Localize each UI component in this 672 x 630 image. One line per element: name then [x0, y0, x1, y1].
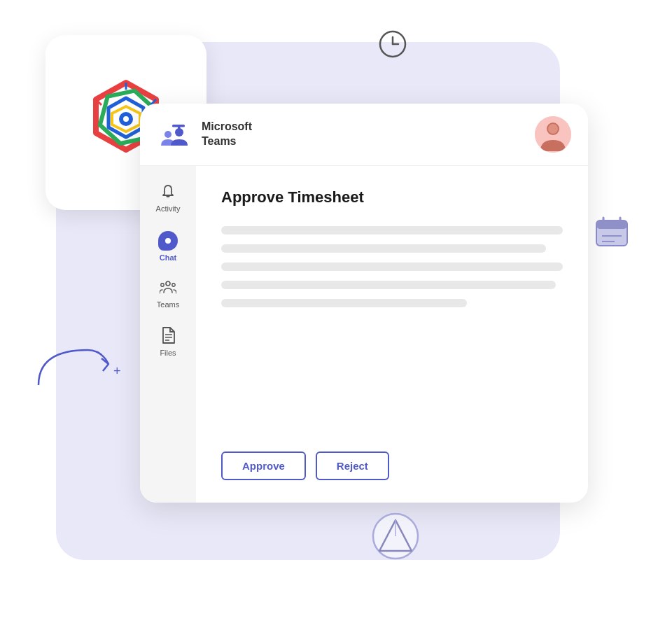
bell-icon — [160, 184, 176, 202]
file-icon — [161, 327, 175, 346]
svg-point-28 — [548, 124, 558, 134]
chat-dot — [165, 238, 171, 244]
teams-brand: Microsoft Teams — [157, 116, 252, 153]
content-line-1 — [221, 226, 563, 234]
card-title: Approve Timesheet — [221, 188, 563, 206]
action-buttons: Approve Reject — [221, 451, 563, 480]
clock-icon — [378, 29, 407, 62]
sidebar-item-files[interactable]: Files — [144, 320, 192, 364]
svg-rect-13 — [596, 220, 627, 229]
teams-body: Activity Chat — [140, 166, 588, 503]
activity-label: Activity — [156, 204, 181, 213]
svg-point-31 — [172, 284, 175, 286]
main-content-area: Approve Timesheet Approve Reject — [196, 166, 588, 503]
svg-point-25 — [175, 128, 183, 136]
sidebar-item-teams[interactable]: Teams — [144, 273, 192, 316]
svg-point-5 — [123, 116, 129, 122]
teams-title: Microsoft Teams — [202, 120, 252, 149]
content-line-5 — [221, 299, 467, 307]
scene: + — [0, 0, 672, 630]
sidebar-item-activity[interactable]: Activity — [144, 177, 192, 220]
teams-logo-icon — [157, 116, 193, 153]
content-line-4 — [221, 281, 556, 289]
reject-button[interactable]: Reject — [316, 451, 389, 480]
content-line-3 — [221, 262, 563, 271]
teams-icon — [160, 280, 176, 298]
svg-point-29 — [166, 281, 170, 286]
triangle-icon — [371, 512, 420, 564]
plus-icon: + — [113, 364, 121, 379]
avatar — [535, 116, 571, 153]
sidebar-item-chat[interactable]: Chat — [144, 224, 192, 269]
sidebar: Activity Chat — [140, 166, 196, 503]
approve-button[interactable]: Approve — [221, 451, 306, 480]
files-label: Files — [160, 349, 176, 357]
chat-label: Chat — [160, 253, 176, 262]
svg-rect-21 — [157, 116, 193, 153]
arrow-icon — [31, 343, 115, 402]
chat-icon — [158, 231, 178, 251]
content-lines — [221, 226, 563, 426]
content-line-2 — [221, 244, 546, 253]
teams-card: Microsoft Teams — [140, 104, 588, 503]
teams-header: Microsoft Teams — [140, 104, 588, 166]
svg-point-30 — [161, 284, 164, 286]
svg-point-24 — [164, 131, 172, 138]
calendar-icon — [594, 214, 630, 253]
teams-nav-label: Teams — [157, 300, 179, 309]
